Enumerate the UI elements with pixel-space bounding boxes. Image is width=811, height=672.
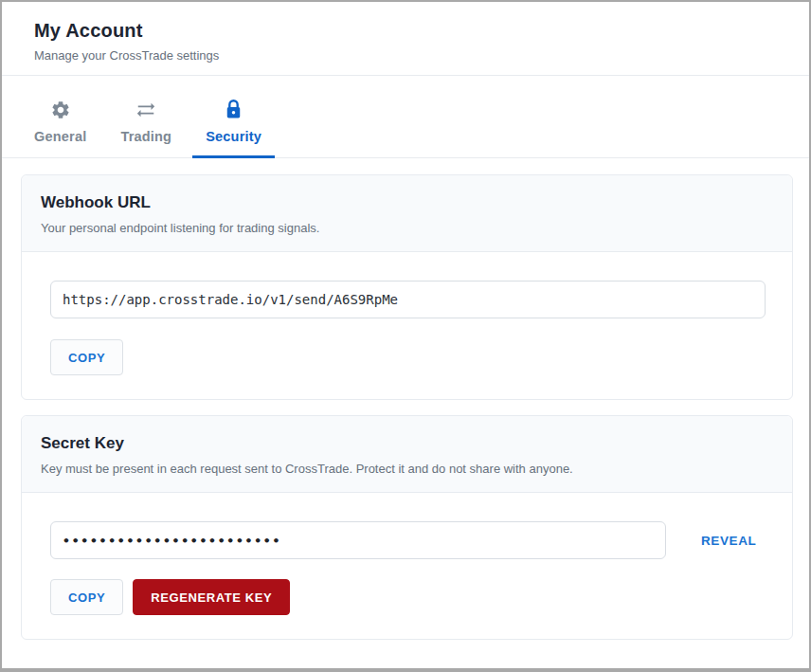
webhook-url-input[interactable] bbox=[50, 281, 766, 318]
lock-icon bbox=[224, 99, 243, 120]
secret-key-row: REVEAL bbox=[50, 521, 766, 559]
tab-trading-label: Trading bbox=[120, 129, 171, 144]
secret-key-card: Secret Key Key must be present in each r… bbox=[21, 415, 793, 640]
copy-webhook-url-button[interactable]: COPY bbox=[50, 339, 123, 375]
tab-trading[interactable]: Trading bbox=[107, 99, 185, 158]
settings-content: Webhook URL Your personal endpoint liste… bbox=[2, 158, 809, 640]
webhook-card-description: Your personal endpoint listening for tra… bbox=[41, 221, 773, 235]
reveal-secret-button[interactable]: REVEAL bbox=[701, 534, 756, 548]
tab-general-label: General bbox=[34, 129, 86, 144]
copy-secret-key-button[interactable]: COPY bbox=[50, 579, 123, 615]
page-header: My Account Manage your CrossTrade settin… bbox=[2, 2, 809, 76]
regenerate-key-button[interactable]: REGENERATE KEY bbox=[133, 579, 290, 615]
page-subtitle: Manage your CrossTrade settings bbox=[34, 48, 777, 63]
webhook-url-card: Webhook URL Your personal endpoint liste… bbox=[21, 174, 793, 400]
swap-arrows-icon bbox=[135, 99, 156, 120]
account-settings-window: My Account Manage your CrossTrade settin… bbox=[0, 0, 811, 672]
secret-key-actions: COPY REGENERATE KEY bbox=[50, 579, 766, 615]
webhook-card-title: Webhook URL bbox=[41, 193, 773, 212]
secret-card-body: REVEAL COPY REGENERATE KEY bbox=[22, 493, 792, 639]
secret-card-description: Key must be present in each request sent… bbox=[41, 462, 773, 476]
gear-icon bbox=[50, 99, 71, 120]
webhook-card-body: COPY bbox=[22, 252, 792, 399]
webhook-card-header: Webhook URL Your personal endpoint liste… bbox=[22, 175, 792, 252]
secret-card-header: Secret Key Key must be present in each r… bbox=[22, 416, 792, 493]
tab-security[interactable]: Security bbox=[192, 99, 275, 158]
secret-card-title: Secret Key bbox=[41, 434, 773, 453]
secret-key-input[interactable] bbox=[50, 521, 666, 559]
page-title: My Account bbox=[34, 20, 777, 42]
tab-general[interactable]: General bbox=[21, 99, 99, 158]
tab-security-label: Security bbox=[206, 129, 261, 144]
settings-tabs: General Trading Security bbox=[2, 76, 809, 158]
